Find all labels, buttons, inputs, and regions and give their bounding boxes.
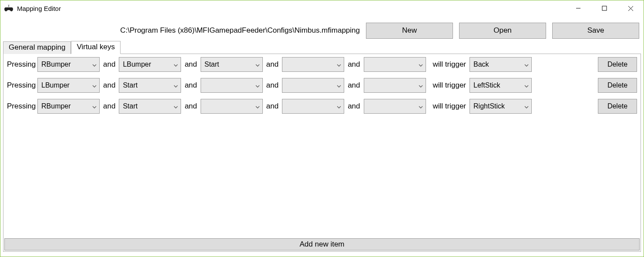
gamepad-icon — [4, 3, 13, 13]
tab-bar: General mapping Virtual keys — [0, 41, 644, 54]
and-label: and — [103, 102, 115, 111]
mapping-row: PressingRBumperandLBumperandStartandandw… — [7, 57, 637, 72]
chevron-down-icon — [255, 61, 260, 68]
delete-button[interactable]: Delete — [598, 78, 637, 93]
input-select[interactable] — [282, 78, 344, 93]
select-value: RightStick — [473, 102, 505, 110]
open-button[interactable]: Open — [459, 23, 546, 39]
delete-button[interactable]: Delete — [598, 57, 637, 72]
chevron-down-icon — [174, 102, 178, 110]
pressing-label: Pressing — [7, 60, 34, 69]
chevron-down-icon — [419, 102, 423, 110]
path-label: C:\Program Files (x86)\MFIGamepadFeeder\… — [120, 26, 360, 35]
will-trigger-label: will trigger — [433, 102, 466, 111]
toolbar: C:\Program Files (x86)\MFIGamepadFeeder\… — [0, 20, 644, 41]
input-select[interactable]: RBumper — [37, 99, 100, 114]
and-label: and — [348, 81, 360, 90]
output-select[interactable]: LeftStick — [470, 78, 532, 93]
and-label: and — [184, 102, 197, 111]
input-select[interactable]: RBumper — [37, 57, 100, 72]
chevron-down-icon — [524, 61, 529, 68]
content-area: PressingRBumperandLBumperandStartandandw… — [3, 54, 641, 252]
chevron-down-icon — [337, 61, 341, 68]
select-value: Back — [473, 61, 489, 68]
and-label: and — [103, 81, 115, 90]
output-select[interactable]: RightStick — [470, 99, 532, 114]
chevron-down-icon — [92, 61, 97, 68]
chevron-down-icon — [419, 61, 423, 68]
output-select[interactable]: Back — [470, 57, 532, 72]
will-trigger-label: will trigger — [433, 60, 466, 69]
input-select[interactable]: Start — [119, 78, 181, 93]
and-label: and — [266, 60, 278, 69]
and-label: and — [184, 81, 197, 90]
chevron-down-icon — [255, 102, 260, 110]
and-label: and — [184, 60, 197, 69]
chevron-down-icon — [419, 81, 423, 89]
select-value: RBumper — [41, 61, 71, 68]
input-select[interactable] — [364, 99, 426, 114]
and-label: and — [266, 81, 278, 90]
tab-general-mapping[interactable]: General mapping — [3, 41, 71, 54]
input-select[interactable] — [201, 78, 263, 93]
delete-wrap: Delete — [598, 78, 637, 93]
chevron-down-icon — [524, 81, 529, 89]
input-select[interactable] — [282, 99, 344, 114]
pressing-label: Pressing — [7, 102, 34, 111]
select-value: LBumper — [123, 61, 151, 68]
chevron-down-icon — [337, 102, 341, 110]
input-select[interactable] — [282, 57, 344, 72]
input-select[interactable]: Start — [119, 99, 181, 114]
and-label: and — [266, 102, 278, 111]
titlebar: Mapping Editor — [0, 0, 644, 16]
select-value: LeftStick — [473, 81, 500, 89]
close-button[interactable] — [617, 0, 644, 16]
add-new-item-button[interactable]: Add new item — [4, 238, 640, 250]
chevron-down-icon — [92, 102, 97, 110]
window-title: Mapping Editor — [17, 5, 61, 12]
and-label: and — [348, 60, 360, 69]
tab-virtual-keys[interactable]: Virtual keys — [71, 41, 121, 54]
chevron-down-icon — [337, 81, 341, 89]
select-value: LBumper — [41, 81, 70, 89]
chevron-down-icon — [174, 81, 178, 89]
input-select[interactable]: LBumper — [119, 57, 181, 72]
chevron-down-icon — [524, 102, 529, 110]
window-controls — [565, 0, 644, 16]
pressing-label: Pressing — [7, 81, 34, 90]
delete-wrap: Delete — [598, 57, 637, 72]
chevron-down-icon — [174, 61, 178, 68]
and-label: and — [103, 60, 115, 69]
input-select[interactable] — [201, 99, 263, 114]
delete-wrap: Delete — [598, 99, 637, 114]
row-list: PressingRBumperandLBumperandStartandandw… — [3, 54, 641, 237]
input-select[interactable]: LBumper — [37, 78, 100, 93]
select-value: RBumper — [41, 102, 71, 110]
maximize-button[interactable] — [591, 0, 617, 16]
mapping-row: PressingRBumperandStartandandandwill tri… — [7, 98, 637, 114]
new-button[interactable]: New — [366, 23, 453, 39]
mapping-row: PressingLBumperandStartandandandwill tri… — [7, 78, 637, 93]
select-value: Start — [123, 81, 138, 89]
delete-button[interactable]: Delete — [598, 99, 637, 114]
input-select[interactable] — [364, 57, 426, 72]
select-value: Start — [123, 102, 138, 110]
save-button[interactable]: Save — [552, 23, 639, 39]
will-trigger-label: will trigger — [433, 81, 466, 90]
chevron-down-icon — [255, 81, 260, 89]
chevron-down-icon — [92, 81, 97, 89]
input-select[interactable]: Start — [201, 57, 263, 72]
and-label: and — [348, 102, 360, 111]
minimize-button[interactable] — [565, 0, 591, 16]
input-select[interactable] — [364, 78, 426, 93]
svg-rect-2 — [602, 6, 607, 10]
select-value: Start — [205, 61, 219, 68]
